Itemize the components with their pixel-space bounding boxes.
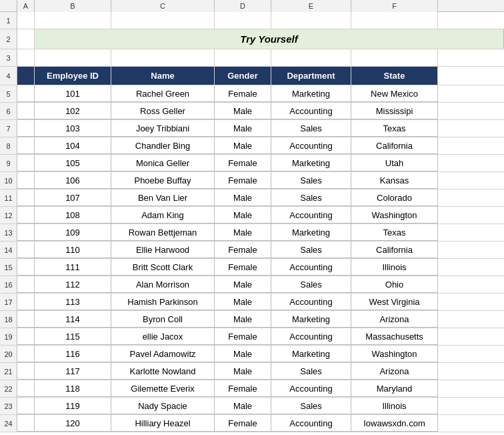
cell-id-5[interactable]: 101 — [35, 85, 111, 102]
cell-id-6[interactable]: 102 — [35, 103, 111, 119]
cell-id-23[interactable]: 119 — [35, 398, 111, 414]
cell-5a[interactable] — [17, 85, 35, 102]
cell-state-7[interactable]: Texas — [351, 120, 438, 137]
cell-id-13[interactable]: 109 — [35, 224, 111, 241]
cell-gender-13[interactable]: Male — [215, 224, 271, 241]
cell-id-17[interactable]: 113 — [35, 294, 111, 310]
cell-gender-23[interactable]: Male — [215, 398, 271, 414]
cell-dept-16[interactable]: Sales — [271, 276, 351, 293]
cell-3a[interactable] — [17, 49, 35, 66]
cell-18a[interactable] — [17, 311, 35, 328]
cell-state-22[interactable]: Maryland — [351, 380, 438, 397]
cell-dept-14[interactable]: Sales — [271, 242, 351, 258]
cell-id-19[interactable]: 115 — [35, 328, 111, 345]
cell-16a[interactable] — [17, 276, 35, 293]
cell-name-17[interactable]: Hamish Parkinson — [111, 294, 215, 310]
cell-gender-19[interactable]: Female — [215, 328, 271, 345]
cell-state-14[interactable]: California — [351, 242, 438, 258]
cell-state-21[interactable]: Arizona — [351, 363, 438, 380]
cell-name-13[interactable]: Rowan Bettjeman — [111, 224, 215, 241]
cell-dept-17[interactable]: Accounting — [271, 294, 351, 310]
cell-gender-20[interactable]: Male — [215, 346, 271, 362]
cell-state-17[interactable]: West Virginia — [351, 294, 438, 310]
cell-gender-16[interactable]: Male — [215, 276, 271, 293]
cell-gender-21[interactable]: Male — [215, 363, 271, 380]
cell-name-8[interactable]: Chandler Bing — [111, 137, 215, 154]
cell-state-5[interactable]: New Mexico — [351, 85, 438, 102]
cell-state-19[interactable]: Massachusetts — [351, 328, 438, 345]
cell-dept-11[interactable]: Sales — [271, 189, 351, 206]
cell-name-16[interactable]: Alan Morrison — [111, 276, 215, 293]
cell-1d[interactable] — [215, 12, 271, 29]
cell-state-8[interactable]: California — [351, 137, 438, 154]
cell-gender-9[interactable]: Female — [215, 155, 271, 171]
cell-gender-8[interactable]: Male — [215, 137, 271, 154]
cell-23a[interactable] — [17, 398, 35, 414]
cell-3c[interactable] — [111, 49, 215, 66]
cell-dept-22[interactable]: Accounting — [271, 380, 351, 397]
cell-name-19[interactable]: ellie Jacox — [111, 328, 215, 345]
cell-dept-10[interactable]: Sales — [271, 172, 351, 189]
cell-dept-18[interactable]: Marketing — [271, 311, 351, 328]
cell-21a[interactable] — [17, 363, 35, 380]
header-employee-id[interactable]: Employee ID — [35, 67, 111, 85]
cell-id-11[interactable]: 107 — [35, 189, 111, 206]
cell-24a[interactable] — [17, 415, 35, 432]
cell-state-20[interactable]: Washington — [351, 346, 438, 362]
cell-name-24[interactable]: Hilliary Heazel — [111, 415, 215, 432]
cell-gender-22[interactable]: Female — [215, 380, 271, 397]
cell-dept-9[interactable]: Marketing — [271, 155, 351, 171]
cell-id-18[interactable]: 114 — [35, 311, 111, 328]
cell-state-13[interactable]: Texas — [351, 224, 438, 241]
cell-6a[interactable] — [17, 103, 35, 119]
cell-dept-15[interactable]: Accounting — [271, 259, 351, 276]
cell-13a[interactable] — [17, 224, 35, 241]
cell-3e[interactable] — [271, 49, 351, 66]
cell-7a[interactable] — [17, 120, 35, 137]
cell-id-10[interactable]: 106 — [35, 172, 111, 189]
cell-gender-6[interactable]: Male — [215, 103, 271, 119]
cell-name-12[interactable]: Adam King — [111, 207, 215, 224]
cell-3b[interactable] — [35, 49, 111, 66]
cell-10a[interactable] — [17, 172, 35, 189]
cell-12a[interactable] — [17, 207, 35, 224]
cell-2a[interactable] — [17, 29, 35, 49]
cell-dept-21[interactable]: Sales — [271, 363, 351, 380]
header-cell-a[interactable] — [17, 67, 35, 85]
cell-id-7[interactable]: 103 — [35, 120, 111, 137]
cell-1c[interactable] — [111, 12, 215, 29]
header-name[interactable]: Name — [111, 67, 215, 85]
cell-state-12[interactable]: Washington — [351, 207, 438, 224]
cell-state-24[interactable]: Iowawsxdn.com — [351, 415, 438, 432]
cell-name-5[interactable]: Rachel Green — [111, 85, 215, 102]
cell-gender-17[interactable]: Male — [215, 294, 271, 310]
cell-1f[interactable] — [351, 12, 438, 29]
cell-name-18[interactable]: Byron Coll — [111, 311, 215, 328]
cell-1b[interactable] — [35, 12, 111, 29]
cell-id-20[interactable]: 116 — [35, 346, 111, 362]
cell-name-11[interactable]: Ben Van Lier — [111, 189, 215, 206]
cell-dept-7[interactable]: Sales — [271, 120, 351, 137]
cell-state-23[interactable]: Illinois — [351, 398, 438, 414]
cell-3d[interactable] — [215, 49, 271, 66]
cell-state-18[interactable]: Arizona — [351, 311, 438, 328]
cell-name-20[interactable]: Pavel Adamowitz — [111, 346, 215, 362]
cell-gender-18[interactable]: Male — [215, 311, 271, 328]
header-department[interactable]: Department — [271, 67, 351, 85]
cell-gender-15[interactable]: Female — [215, 259, 271, 276]
cell-id-21[interactable]: 117 — [35, 363, 111, 380]
cell-name-6[interactable]: Ross Geller — [111, 103, 215, 119]
header-state[interactable]: State — [351, 67, 438, 85]
cell-state-16[interactable]: Ohio — [351, 276, 438, 293]
title-cell[interactable]: Try Yourself — [35, 29, 504, 49]
cell-14a[interactable] — [17, 242, 35, 258]
header-gender[interactable]: Gender — [215, 67, 271, 85]
cell-state-6[interactable]: Mississipi — [351, 103, 438, 119]
cell-dept-5[interactable]: Marketing — [271, 85, 351, 102]
cell-id-24[interactable]: 120 — [35, 415, 111, 432]
cell-gender-5[interactable]: Female — [215, 85, 271, 102]
cell-dept-12[interactable]: Accounting — [271, 207, 351, 224]
cell-dept-19[interactable]: Accounting — [271, 328, 351, 345]
cell-15a[interactable] — [17, 259, 35, 276]
cell-dept-8[interactable]: Accounting — [271, 137, 351, 154]
